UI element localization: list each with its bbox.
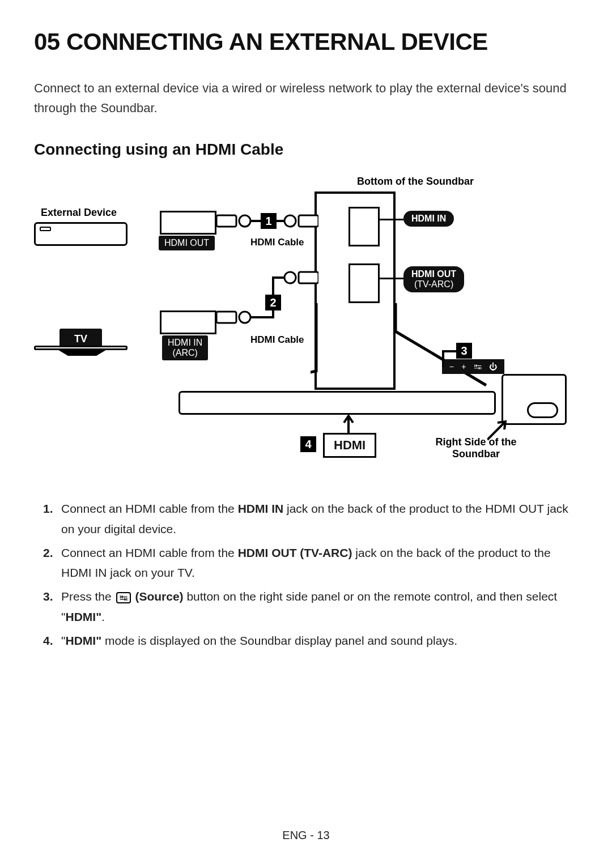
- hdmi-out-line2: (TV-ARC): [414, 279, 453, 289]
- vol-up-icon: +: [461, 362, 466, 371]
- display-hdmi: HDMI: [323, 433, 376, 458]
- svg-point-3: [284, 215, 296, 227]
- subsection-title: Connecting using an HDMI Cable: [34, 141, 578, 159]
- port-hdmi-out: [348, 263, 380, 303]
- label-external-device: External Device: [41, 207, 117, 219]
- soundbar-body: [178, 391, 496, 415]
- svg-point-6: [239, 312, 250, 323]
- caption-right-side: Right Side of the Soundbar: [425, 436, 527, 460]
- marker-4: 4: [300, 436, 316, 452]
- connection-diagram: Bottom of the Soundbar HDMI IN HDMI OUT …: [34, 176, 578, 482]
- hdmi-out-line1: HDMI OUT: [411, 269, 456, 279]
- marker-2: 2: [265, 295, 281, 310]
- caption-bottom-soundbar: Bottom of the Soundbar: [357, 176, 474, 188]
- step-1: Connect an HDMI cable from the HDMI IN j…: [54, 499, 578, 539]
- label-hdmi-in: HDMI IN: [403, 211, 454, 227]
- source-icon: ⭾: [474, 362, 482, 371]
- step2-bold: HDMI OUT (TV-ARC): [238, 546, 352, 559]
- label-hdmi-out-tvarc: HDMI OUT (TV-ARC): [403, 266, 464, 292]
- label-hdmi-out: HDMI OUT: [159, 236, 215, 250]
- step1-bold: HDMI IN: [238, 502, 284, 515]
- step-3: Press the ⭾ (Source) button on the right…: [54, 586, 578, 627]
- step4-bold: HDMI": [65, 634, 101, 647]
- step3-bold1: (Source): [135, 590, 183, 603]
- step-2: Connect an HDMI cable from the HDMI OUT …: [54, 543, 578, 583]
- svg-point-1: [239, 215, 250, 227]
- source-button-icon: ⭾: [116, 592, 131, 603]
- svg-rect-5: [216, 312, 236, 323]
- port-hdmi-in: [348, 207, 380, 246]
- svg-rect-0: [216, 215, 236, 227]
- external-device-box: [34, 222, 128, 246]
- step4-part-c: mode is displayed on the Soundbar displa…: [101, 634, 457, 647]
- svg-point-7: [284, 272, 296, 283]
- svg-rect-4: [299, 215, 318, 227]
- power-icon: ⏻: [489, 362, 497, 371]
- marker-1: 1: [261, 213, 277, 229]
- instruction-list: Connect an HDMI cable from the HDMI IN j…: [34, 499, 578, 650]
- hdmi-in-arc-l1: HDMI IN: [168, 338, 202, 347]
- page-number: ENG - 13: [0, 829, 612, 842]
- ext-hdmi-port: [160, 211, 216, 235]
- label-hdmi-in-arc: HDMI IN (ARC): [162, 335, 208, 360]
- right-side-l2: Soundbar: [452, 448, 500, 459]
- step3-part-a: Press the: [61, 590, 115, 603]
- step1-part-a: Connect an HDMI cable from the: [61, 502, 238, 515]
- label-hdmi-cable-1: HDMI Cable: [250, 237, 304, 248]
- intro-paragraph: Connect to an external device via a wire…: [34, 78, 578, 118]
- svg-rect-8: [299, 272, 318, 283]
- section-title: 05 CONNECTING AN EXTERNAL DEVICE: [34, 28, 578, 56]
- label-hdmi-cable-2: HDMI Cable: [250, 334, 304, 346]
- step-4: "HDMI" mode is displayed on the Soundbar…: [54, 631, 578, 651]
- hdmi-in-arc-l2: (ARC): [172, 348, 197, 358]
- tv-hdmi-port: [160, 310, 216, 334]
- step2-part-a: Connect an HDMI cable from the: [61, 546, 238, 559]
- step3-bold2: HDMI": [65, 610, 101, 623]
- step3-part-e: .: [101, 610, 105, 623]
